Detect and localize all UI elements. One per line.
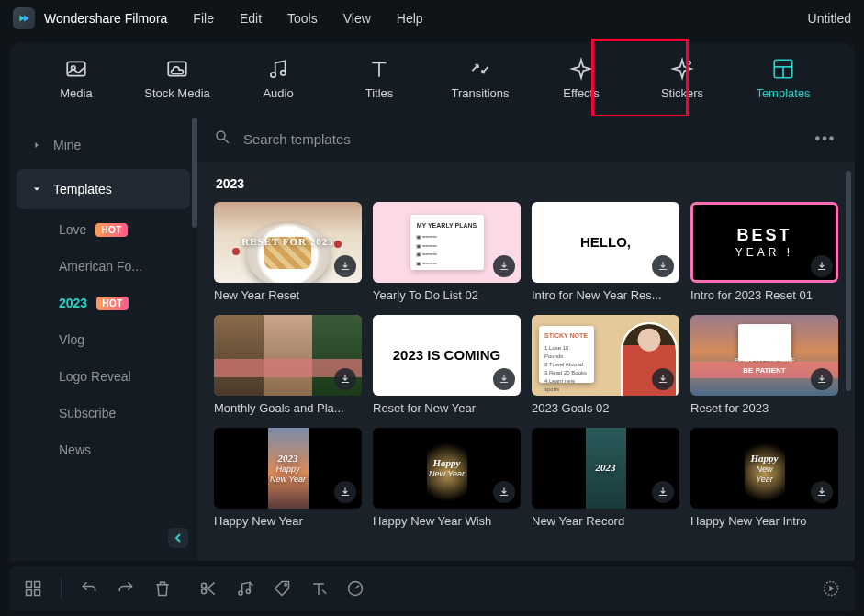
more-options-button[interactable]: •••: [813, 130, 838, 147]
template-thumbnail[interactable]: [214, 315, 362, 396]
sidebar-collapse-button[interactable]: [168, 528, 188, 548]
template-thumbnail[interactable]: HappyNewYear: [690, 428, 838, 509]
template-card[interactable]: HappyNew YearHappy New Year Wish: [373, 428, 521, 528]
template-label: New Year Record: [532, 514, 679, 528]
sidebar-sub-subscribe[interactable]: Subscribe: [9, 395, 197, 431]
sidebar-sub-love[interactable]: LoveHOT: [9, 211, 197, 248]
template-card[interactable]: RESET FOR 2023New Year Reset: [214, 202, 362, 302]
split-button[interactable]: [199, 579, 218, 598]
tab-media[interactable]: Media: [31, 48, 121, 108]
download-button[interactable]: [811, 481, 833, 503]
template-thumbnail[interactable]: FOCUS ON YOURSELFBE PATIENT: [690, 315, 838, 396]
search-input[interactable]: [243, 131, 800, 147]
menu-edit[interactable]: Edit: [240, 11, 262, 26]
sidebar-sub-label: 2023: [59, 296, 87, 310]
template-label: Reset for New Year: [373, 401, 521, 415]
sidebar: Mine Templates LoveHOTAmerican Fo...2023…: [9, 116, 197, 561]
download-button[interactable]: [652, 255, 674, 277]
sticker-icon: [670, 57, 694, 81]
template-card[interactable]: 2023HappyNew YearHappy New Year: [214, 428, 362, 528]
template-thumbnail[interactable]: 2023 IS COMING: [373, 315, 521, 396]
hot-badge: HOT: [96, 297, 129, 310]
tab-templates[interactable]: Templates: [738, 48, 828, 108]
svg-point-5: [688, 61, 690, 63]
sidebar-sub-label: Subscribe: [59, 406, 116, 420]
content-scrollbar[interactable]: [846, 171, 851, 391]
template-card[interactable]: MY YEARLY PLANS▣ ━━━━▣ ━━━━▣ ━━━━▣ ━━━━Y…: [373, 202, 521, 302]
tab-titles[interactable]: Titles: [334, 48, 424, 108]
download-button[interactable]: [334, 481, 356, 503]
template-card[interactable]: 2023New Year Record: [532, 428, 679, 528]
template-label: Intro for New Year Res...: [532, 288, 679, 302]
download-button[interactable]: [334, 368, 356, 390]
search-icon: [214, 129, 230, 149]
tab-effects[interactable]: Effects: [536, 48, 626, 108]
tab-stock-media[interactable]: Stock Media: [132, 48, 222, 108]
template-thumbnail[interactable]: BESTYEAR !: [690, 202, 838, 283]
speed-tool-button[interactable]: [346, 579, 365, 598]
tag-tool-button[interactable]: [273, 579, 291, 598]
undo-button[interactable]: [80, 579, 98, 598]
sidebar-sub-vlog[interactable]: Vlog: [9, 321, 197, 358]
download-button[interactable]: [493, 481, 515, 503]
template-card[interactable]: STICKY NOTE1.Lose 10 Pounds2.Travel Abro…: [532, 315, 679, 415]
download-button[interactable]: [652, 481, 674, 503]
svg-point-19: [285, 584, 287, 587]
template-card[interactable]: BESTYEAR !Intro for 2023 Reset 01: [690, 202, 838, 302]
tab-stickers[interactable]: Stickers: [637, 48, 727, 108]
tab-label: Transitions: [451, 86, 509, 100]
svg-rect-11: [27, 582, 32, 588]
sidebar-sub-logo-reveal[interactable]: Logo Reveal: [9, 358, 197, 395]
audio-tool-button[interactable]: [236, 579, 254, 598]
template-card[interactable]: HELLO,Intro for New Year Res...: [532, 202, 679, 302]
menu-bar: File Edit Tools View Help: [193, 11, 422, 26]
template-card[interactable]: FOCUS ON YOURSELFBE PATIENTReset for 202…: [690, 315, 838, 415]
transition-icon: [468, 57, 492, 81]
template-thumbnail[interactable]: 2023: [532, 428, 679, 509]
download-button[interactable]: [493, 368, 515, 390]
sidebar-sub-2023[interactable]: 2023HOT: [9, 285, 197, 321]
download-button[interactable]: [652, 368, 674, 390]
sidebar-sub-label: Love: [59, 222, 86, 237]
menu-tools[interactable]: Tools: [287, 11, 318, 26]
download-button[interactable]: [493, 255, 515, 277]
template-card[interactable]: 2023 IS COMINGReset for New Year: [373, 315, 521, 415]
template-thumbnail[interactable]: 2023HappyNew Year: [214, 428, 362, 509]
menu-file[interactable]: File: [193, 11, 214, 26]
caret-right-icon: [33, 141, 42, 149]
apps-icon[interactable]: [24, 579, 42, 598]
document-title: Untitled: [808, 11, 851, 26]
logo-icon: [13, 7, 35, 29]
template-thumbnail[interactable]: RESET FOR 2023: [214, 202, 362, 283]
search-bar: •••: [197, 116, 855, 162]
template-card[interactable]: Monthly Goals and Pla...: [214, 315, 362, 415]
template-thumbnail[interactable]: STICKY NOTE1.Lose 10 Pounds2.Travel Abro…: [532, 315, 679, 396]
template-thumbnail[interactable]: HELLO,: [532, 202, 679, 283]
template-thumbnail[interactable]: MY YEARLY PLANS▣ ━━━━▣ ━━━━▣ ━━━━▣ ━━━━: [373, 202, 521, 283]
sidebar-item-templates[interactable]: Templates: [17, 169, 190, 209]
delete-button[interactable]: [153, 579, 172, 598]
tab-audio[interactable]: Audio: [233, 48, 323, 108]
tab-transitions[interactable]: Transitions: [435, 48, 525, 108]
sidebar-sub-news[interactable]: News: [9, 431, 197, 468]
template-thumbnail[interactable]: HappyNew Year: [373, 428, 521, 509]
sparkle-icon: [569, 57, 593, 81]
sidebar-item-mine[interactable]: Mine: [17, 125, 190, 165]
template-label: Happy New Year: [214, 514, 362, 528]
download-button[interactable]: [811, 368, 833, 390]
menu-help[interactable]: Help: [397, 11, 423, 26]
template-card[interactable]: HappyNewYearHappy New Year Intro: [690, 428, 838, 528]
svg-rect-12: [35, 582, 40, 588]
template-label: Monthly Goals and Pla...: [214, 401, 362, 415]
download-button[interactable]: [334, 255, 356, 277]
sidebar-item-label: Templates: [53, 182, 112, 196]
text-tool-button[interactable]: [309, 579, 328, 598]
hot-badge: HOT: [95, 223, 128, 237]
template-label: Happy New Year Wish: [373, 514, 521, 528]
download-button[interactable]: [811, 255, 833, 277]
sidebar-sub-american-fo-[interactable]: American Fo...: [9, 248, 197, 285]
render-preview-button[interactable]: [822, 579, 840, 598]
menu-view[interactable]: View: [343, 11, 371, 26]
redo-button[interactable]: [117, 579, 135, 598]
svg-point-3: [271, 72, 275, 76]
